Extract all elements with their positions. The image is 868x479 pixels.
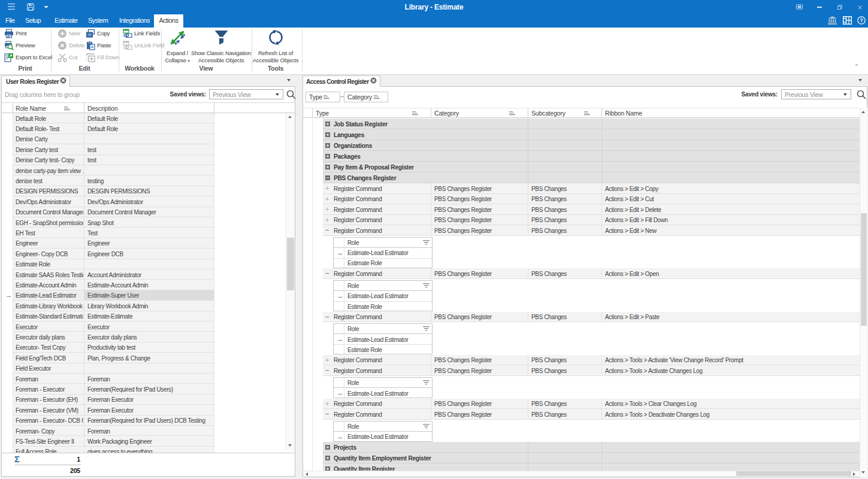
svg-text:?: ? <box>860 17 863 23</box>
